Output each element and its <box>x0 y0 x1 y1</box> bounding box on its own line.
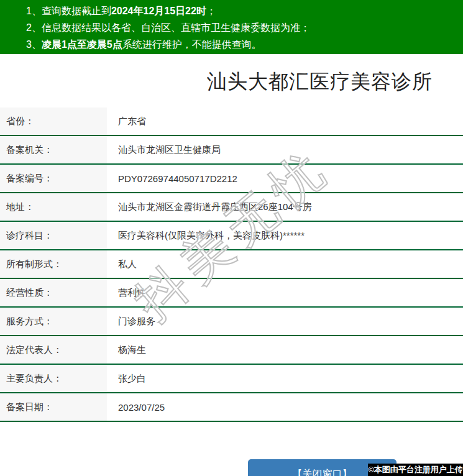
record-table: 省份： 广东省 备案机关： 汕头市龙湖区卫生健康局 备案编号： PDY07269… <box>0 108 463 422</box>
notice-line-1-pre: 1、查询数据截止到 <box>26 6 111 16</box>
table-row: 省份： 广东省 <box>0 108 463 136</box>
row-label: 经营性质： <box>0 279 107 306</box>
table-row: 主要负责人： 张少白 <box>0 365 463 393</box>
row-value: 汕头市龙湖区金霞街道丹霞庄西区26座104号房 <box>107 193 463 221</box>
notice-line-2: 2、信息数据结果以各省、自治区、直辖市卫生健康委数据为准； <box>26 19 457 36</box>
table-row: 服务方式： 门诊服务 <box>0 308 463 336</box>
row-label: 备案机关： <box>0 136 107 163</box>
row-value: 私人 <box>107 250 463 278</box>
row-label: 省份： <box>0 108 107 135</box>
notice-line-3-post: 系统进行维护，不能提供查询。 <box>122 39 262 50</box>
page-title: 汕头大都汇医疗美容诊所 <box>88 68 463 96</box>
row-label: 备案日期： <box>0 393 107 421</box>
row-label: 所有制形式： <box>0 250 107 278</box>
table-row: 诊疗科目： 医疗美容科(仅限美容外科，美容皮肤科)****** <box>0 222 463 250</box>
notice-banner: 1、查询数据截止到2024年12月15日22时； 2、信息数据结果以各省、自治区… <box>0 0 463 54</box>
notice-line-1-bold: 2024年12月15日22时 <box>111 6 206 16</box>
row-label: 主要负责人： <box>0 365 107 392</box>
row-value: 医疗美容科(仅限美容外科，美容皮肤科)****** <box>107 222 463 249</box>
notice-line-3: 3、凌晨1点至凌晨5点系统进行维护，不能提供查询。 <box>26 36 457 53</box>
row-value: 杨海生 <box>107 336 463 364</box>
row-label: 法定代表人： <box>0 336 107 364</box>
uploader-badge: ©本图由平台注册用户上传 <box>368 464 463 476</box>
table-row: 法定代表人： 杨海生 <box>0 336 463 365</box>
row-value: 营利性 <box>107 279 463 306</box>
row-label: 备案编号： <box>0 165 107 192</box>
notice-line-1: 1、查询数据截止到2024年12月15日22时； <box>26 2 457 19</box>
table-row: 备案机关： 汕头市龙湖区卫生健康局 <box>0 136 463 165</box>
row-label: 地址： <box>0 193 107 221</box>
table-row: 备案日期： 2023/07/25 <box>0 393 463 422</box>
notice-line-3-pre: 3、 <box>26 39 42 50</box>
row-value: 2023/07/25 <box>107 393 463 421</box>
table-row: 所有制形式： 私人 <box>0 250 463 279</box>
table-row: 经营性质： 营利性 <box>0 279 463 308</box>
row-label: 诊疗科目： <box>0 222 107 249</box>
row-value: 门诊服务 <box>107 308 463 335</box>
table-row: 备案编号： PDY07269744050717D2212 <box>0 165 463 193</box>
notice-line-3-bold: 凌晨1点至凌晨5点 <box>42 39 122 50</box>
row-value: 张少白 <box>107 365 463 392</box>
row-value: 广东省 <box>107 108 463 135</box>
row-value: PDY07269744050717D2212 <box>107 165 463 192</box>
row-value: 汕头市龙湖区卫生健康局 <box>107 136 463 163</box>
table-row: 地址： 汕头市龙湖区金霞街道丹霞庄西区26座104号房 <box>0 193 463 222</box>
notice-line-1-post: ； <box>206 6 216 16</box>
notice-line-2-pre: 2、信息数据结果以各省、自治区、直辖市卫生健康委数据为准； <box>26 22 310 33</box>
row-label: 服务方式： <box>0 308 107 335</box>
